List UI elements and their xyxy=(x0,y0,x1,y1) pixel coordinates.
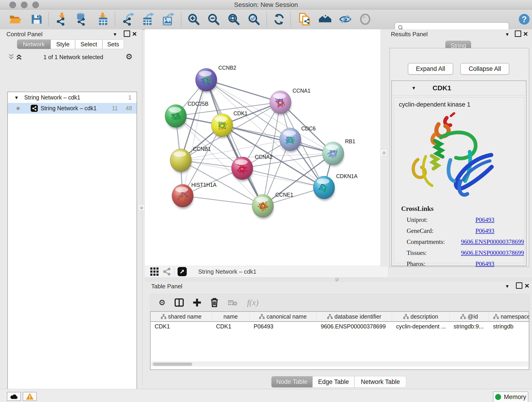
expand-all-icon[interactable] xyxy=(16,54,22,60)
help-button[interactable]: ? xyxy=(517,12,532,27)
export-network-button[interactable] xyxy=(121,12,136,27)
memory-button[interactable]: Memory xyxy=(493,391,528,402)
expand-all-button[interactable]: Expand All xyxy=(408,63,453,75)
show-graphics-button[interactable] xyxy=(358,12,373,27)
save-session-button[interactable] xyxy=(29,12,44,27)
results-panel-float-icon[interactable] xyxy=(515,31,521,37)
network-canvas[interactable]: CCNB2CCNA1CDC25BCDK1CDC6RB1CCNB1CCNA2CDK… xyxy=(145,29,380,266)
zoom-fit-button[interactable] xyxy=(226,12,241,27)
network-node-CCNB1[interactable]: CCNB1 xyxy=(170,146,211,173)
table-cell[interactable]: CDK1 xyxy=(212,322,249,331)
gene-expander-icon[interactable]: ▼ xyxy=(412,86,416,90)
delete-column-icon[interactable] xyxy=(210,298,219,307)
network-row-selected[interactable]: String Network – cdk1 11 48 xyxy=(8,103,137,114)
network-node-CCNA2[interactable]: CCNA2 xyxy=(231,154,273,181)
network-node-HIST1H1A[interactable]: HIST1H1A xyxy=(172,182,217,209)
table-cell[interactable]: stringdb xyxy=(489,322,529,331)
tab-network[interactable]: Network xyxy=(17,39,51,49)
import-table-file-button[interactable] xyxy=(95,12,110,27)
network-view-icon[interactable] xyxy=(163,268,171,276)
status-bar: Memory xyxy=(0,389,532,402)
add-column-icon[interactable] xyxy=(193,298,201,307)
split-columns-icon[interactable] xyxy=(175,298,184,307)
import-network-file-button[interactable] xyxy=(54,12,70,27)
tab-sets[interactable]: Sets xyxy=(102,39,124,49)
table-panel-float-icon[interactable] xyxy=(516,282,522,289)
update-network-button[interactable] xyxy=(272,12,287,27)
table-horizontal-scrollbar[interactable] xyxy=(151,362,528,366)
export-image-button[interactable] xyxy=(161,12,176,27)
column-header--id[interactable]: @id xyxy=(450,312,489,321)
column-header-database-identifier[interactable]: database identifier xyxy=(317,312,392,321)
first-neighbors-button[interactable] xyxy=(318,12,333,27)
application-window: Session: New Session xyxy=(0,0,532,402)
tab-node-table[interactable]: Node Table xyxy=(271,376,312,388)
zoom-out-button[interactable] xyxy=(206,12,221,27)
vertical-splitter[interactable] xyxy=(380,29,388,266)
node-label-CDC6: CDC6 xyxy=(301,126,316,132)
open-session-button[interactable] xyxy=(8,12,23,27)
crosslink-value-link[interactable]: 9606.ENSP00000378699 xyxy=(461,238,524,245)
network-view[interactable]: CCNB2CCNA1CDC25BCDK1CDC6RB1CCNB1CCNA2CDK… xyxy=(145,29,380,266)
grid-view-icon[interactable] xyxy=(150,268,158,276)
clear-table-icon[interactable] xyxy=(228,299,237,306)
canvas-toolbar-separator xyxy=(174,268,174,276)
import-network-database-button[interactable] xyxy=(73,12,88,27)
horizontal-splitter-handle[interactable] xyxy=(335,278,339,281)
table-cell[interactable]: stringdb:9... xyxy=(450,322,489,331)
table-cell[interactable]: cyclin-dependent ... xyxy=(392,322,450,331)
hide-selection-button[interactable] xyxy=(338,12,353,27)
results-panel-menu-icon[interactable]: ▼ xyxy=(505,32,510,37)
control-panel-menu-icon[interactable]: ▼ xyxy=(113,32,117,37)
network-node-RB1[interactable]: RB1 xyxy=(322,138,355,166)
collection-expander-icon[interactable]: ▼ xyxy=(14,95,19,100)
control-panel-close-icon[interactable]: × xyxy=(132,30,137,38)
column-header-shared-name[interactable]: shared name xyxy=(151,312,212,321)
table-panel-menu-icon[interactable]: ▼ xyxy=(505,284,510,288)
collapse-all-button[interactable]: Collapse All xyxy=(460,63,509,75)
save-icon xyxy=(31,14,42,25)
column-header-namespace[interactable]: namespace xyxy=(489,312,529,321)
column-header-description[interactable]: description xyxy=(392,312,450,321)
warnings-button[interactable] xyxy=(23,392,37,401)
left-splitter-handle[interactable] xyxy=(138,205,144,211)
tab-select[interactable]: Select xyxy=(75,39,102,49)
table-panel-close-icon[interactable]: × xyxy=(525,282,529,289)
network-node-CDC6[interactable]: CDC6 xyxy=(279,126,316,153)
collapse-all-icon[interactable] xyxy=(8,54,14,60)
zoom-selected-button[interactable] xyxy=(246,12,261,27)
table-row[interactable]: CDK1CDK1P064939606.ENSP00000378699cyclin… xyxy=(151,322,529,331)
birds-eye-view-button[interactable] xyxy=(177,267,187,276)
crosslink-value-link[interactable]: P06493 xyxy=(475,216,494,223)
network-options-gear-icon[interactable]: ⚙ xyxy=(126,53,133,61)
node-table[interactable]: shared namenamecanonical namedatabase id… xyxy=(150,311,529,370)
export-table-button[interactable] xyxy=(141,12,156,27)
gene-entry-header[interactable]: ▼ CDK1 xyxy=(392,81,526,95)
network-collection-row[interactable]: ▼ String Network – cdk1 1 xyxy=(8,92,137,103)
network-node-CCNE1[interactable]: CCNE1 xyxy=(252,192,293,219)
tab-style[interactable]: Style xyxy=(51,39,75,49)
crosslink-value-link[interactable]: P06493 xyxy=(475,260,494,268)
control-panel-float-icon[interactable] xyxy=(124,31,130,37)
crosslink-value-link[interactable]: P06493 xyxy=(475,227,494,235)
tab-edge-table[interactable]: Edge Table xyxy=(312,376,355,388)
crosslink-value-link[interactable]: 9606.ENSP00000378699 xyxy=(461,249,524,256)
results-panel-close-icon[interactable]: × xyxy=(523,30,528,38)
toolbar-separator xyxy=(266,12,267,26)
copy-style-button[interactable] xyxy=(297,12,312,27)
table-cell[interactable]: 9606.ENSP00000378699 xyxy=(317,322,392,331)
table-cell[interactable]: CDK1 xyxy=(151,322,212,331)
scrollbar-thumb[interactable] xyxy=(153,363,192,366)
tab-network-table[interactable]: Network Table xyxy=(355,376,406,388)
table-cell[interactable]: P06493 xyxy=(249,322,317,331)
crosslink-row: Pharos:P06493 xyxy=(407,260,524,268)
column-type-icon xyxy=(327,314,333,319)
table-gear-icon[interactable]: ⚙ xyxy=(158,299,165,306)
right-splitter-handle[interactable] xyxy=(381,150,387,156)
network-node-CDKN1A[interactable]: CDKN1A xyxy=(313,173,358,201)
zoom-in-button[interactable] xyxy=(186,12,201,27)
cloud-status-button[interactable] xyxy=(7,392,21,401)
column-header-canonical-name[interactable]: canonical name xyxy=(249,312,317,321)
function-builder-icon[interactable]: f(x) xyxy=(247,298,259,307)
column-header-name[interactable]: name xyxy=(212,312,249,321)
